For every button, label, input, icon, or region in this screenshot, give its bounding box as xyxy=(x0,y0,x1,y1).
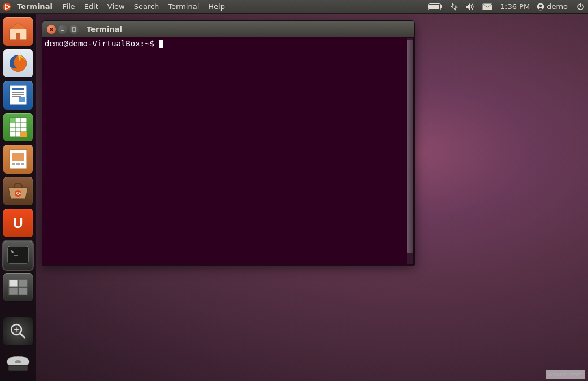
svg-rect-21 xyxy=(12,96,21,97)
terminal-cursor xyxy=(159,40,163,48)
ubuntu-logo-icon[interactable] xyxy=(0,0,14,14)
launcher-terminal[interactable]: >_ xyxy=(3,241,33,270)
svg-text:>_: >_ xyxy=(11,249,18,256)
window-close-button[interactable] xyxy=(47,25,56,34)
launcher-firefox[interactable] xyxy=(3,49,33,78)
svg-line-47 xyxy=(20,334,25,338)
launcher-ubuntu-one[interactable]: U xyxy=(3,209,33,237)
svg-point-2 xyxy=(8,6,10,7)
power-icon[interactable] xyxy=(573,0,588,14)
svg-point-38 xyxy=(19,193,20,194)
svg-rect-22 xyxy=(19,97,25,102)
menu-edit[interactable]: Edit xyxy=(80,2,103,11)
svg-rect-35 xyxy=(21,163,24,165)
svg-rect-33 xyxy=(12,163,15,165)
svg-rect-30 xyxy=(20,132,27,137)
launcher-nautilus-home[interactable] xyxy=(3,17,33,46)
svg-point-50 xyxy=(15,360,21,363)
svg-point-3 xyxy=(5,3,6,5)
launcher-workspace-switcher[interactable] xyxy=(3,273,33,302)
network-icon[interactable] xyxy=(446,0,462,14)
launcher-software-center[interactable] xyxy=(3,177,33,206)
svg-rect-32 xyxy=(12,153,24,161)
menu-view[interactable]: View xyxy=(103,2,129,11)
username-label: demo xyxy=(544,2,571,11)
svg-point-4 xyxy=(5,8,6,10)
svg-rect-53 xyxy=(72,28,76,31)
session-menu[interactable]: demo xyxy=(534,2,573,11)
menu-help[interactable]: Help xyxy=(204,2,230,11)
window-maximize-button[interactable] xyxy=(70,25,79,34)
window-minimize-button[interactable] xyxy=(58,25,67,34)
scrollbar-thumb[interactable] xyxy=(407,40,413,253)
menu-search[interactable]: Search xyxy=(129,2,164,11)
watermark: wsxdn.com xyxy=(546,370,585,379)
messaging-icon[interactable] xyxy=(479,0,496,14)
top-menubar: Terminal File Edit View Search Terminal … xyxy=(0,0,588,14)
battery-icon[interactable] xyxy=(425,0,446,14)
svg-rect-43 xyxy=(19,280,27,287)
launcher-disc-drive[interactable] xyxy=(3,349,33,378)
svg-rect-19 xyxy=(12,92,24,93)
terminal-prompt: demo@demo-VirtualBox:~$ xyxy=(45,39,159,48)
menu-terminal[interactable]: Terminal xyxy=(163,2,204,11)
svg-text:U: U xyxy=(13,215,23,231)
svg-point-10 xyxy=(539,4,542,6)
terminal-titlebar[interactable]: Terminal xyxy=(42,21,414,37)
unity-launcher: U >_ + xyxy=(0,14,36,381)
user-icon xyxy=(537,3,544,11)
active-app-name: Terminal xyxy=(14,2,58,11)
clock[interactable]: 1:36 PM xyxy=(496,2,534,11)
svg-rect-29 xyxy=(10,118,15,123)
svg-rect-7 xyxy=(429,5,439,9)
svg-rect-18 xyxy=(12,88,24,90)
launcher-files-lens[interactable]: + xyxy=(3,317,33,346)
launcher-libreoffice-impress[interactable] xyxy=(3,145,33,174)
terminal-window: Terminal demo@demo-VirtualBox:~$ xyxy=(42,20,415,266)
launcher-libreoffice-writer[interactable] xyxy=(3,81,33,110)
menu-file[interactable]: File xyxy=(58,2,80,11)
svg-rect-45 xyxy=(19,288,27,295)
svg-rect-44 xyxy=(9,288,18,295)
svg-rect-34 xyxy=(16,163,20,165)
terminal-scrollbar[interactable] xyxy=(407,38,413,264)
svg-rect-51 xyxy=(8,365,28,371)
svg-rect-20 xyxy=(12,94,24,95)
volume-icon[interactable] xyxy=(462,0,479,14)
svg-rect-6 xyxy=(441,5,442,8)
svg-rect-42 xyxy=(9,280,18,287)
svg-rect-15 xyxy=(16,33,20,40)
terminal-title: Terminal xyxy=(81,25,122,33)
launcher-libreoffice-calc[interactable] xyxy=(3,113,33,142)
svg-text:+: + xyxy=(14,326,19,334)
terminal-body[interactable]: demo@demo-VirtualBox:~$ xyxy=(42,37,414,265)
